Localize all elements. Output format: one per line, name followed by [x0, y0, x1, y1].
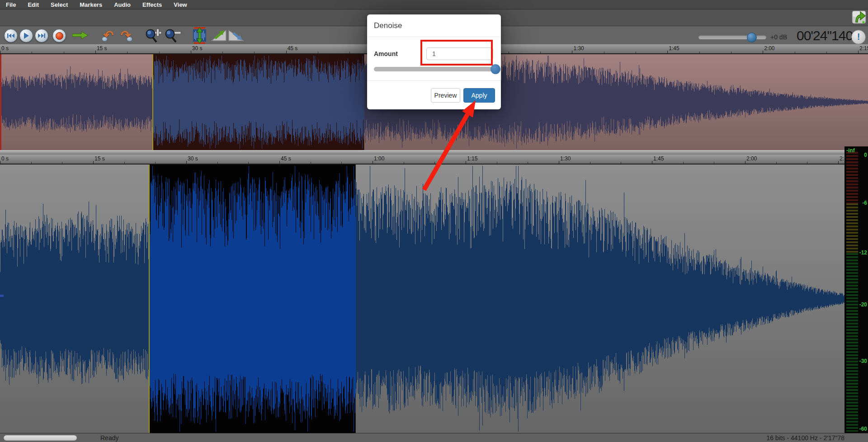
ruler-label: 0 s [1, 45, 9, 52]
meter-label: -20 [859, 301, 867, 308]
amount-slider-thumb[interactable] [491, 64, 500, 74]
ruler-label: 1:30 [560, 155, 571, 162]
ruler-tick-minor [62, 162, 62, 164]
ruler-label: 15 s [94, 155, 105, 162]
meter-label: -6 [862, 200, 867, 206]
volume-slider[interactable] [698, 35, 766, 39]
ruler-tick-minor [621, 162, 621, 164]
record-icon [56, 32, 63, 40]
ruler-tick-minor [404, 162, 404, 164]
ruler-tick-minor [807, 162, 807, 164]
menu-item-audio[interactable]: Audio [108, 1, 137, 8]
ruler-tick-minor [155, 162, 156, 164]
ruler-tick-major [838, 161, 839, 164]
ruler-label: 0 s [1, 155, 9, 162]
rewind-button[interactable] [4, 29, 18, 42]
meter-label: -12 [859, 249, 867, 256]
ruler-tick-major [559, 161, 559, 164]
arrow-right-icon [72, 31, 89, 39]
menu-item-view[interactable]: View [168, 1, 193, 8]
status-bar: Ready 16 bits - 44100 Hz - 2'17"78 [0, 433, 868, 442]
ruler-tick-minor [64, 52, 64, 53]
amount-slider[interactable] [374, 67, 500, 71]
undo-base [102, 37, 107, 41]
ruler-tick-minor [248, 162, 249, 164]
ruler-tick-major [95, 51, 96, 53]
fit-vertical-zoom-button[interactable] [192, 27, 207, 44]
ruler-tick-minor [217, 162, 218, 164]
cursor-anchor-marker [0, 295, 4, 297]
ruler-label: 1:30 [573, 45, 584, 52]
amount-label: Amount [374, 50, 398, 57]
play-button[interactable] [19, 29, 33, 42]
menu-item-select[interactable]: Select [45, 1, 74, 8]
ruler-tick-minor [434, 162, 435, 164]
alert-button[interactable]: ! [851, 30, 866, 44]
ruler-tick-minor [31, 162, 32, 164]
ruler-tick-major [667, 51, 668, 53]
fade-in-button[interactable] [211, 29, 226, 42]
ruler-label: 1:45 [669, 45, 679, 52]
ruler-tick-minor [509, 52, 509, 53]
menu-item-markers[interactable]: Markers [74, 1, 108, 8]
ruler-label: 30 s [192, 45, 203, 52]
ruler-label: 1:00 [374, 155, 384, 162]
undo-button[interactable]: ↶ [101, 29, 116, 42]
ruler-tick-minor [683, 162, 684, 164]
menu-item-effects[interactable]: Effects [137, 1, 168, 8]
record-button[interactable] [52, 29, 66, 42]
ruler-label: 2:00 [764, 45, 774, 52]
meter-segments [846, 152, 858, 203]
rewind-icon [7, 33, 14, 38]
ruler-tick-minor [826, 52, 827, 53]
redo-button[interactable]: ↷ [118, 29, 133, 42]
meter-segments [846, 253, 858, 432]
ruler-tick-major [186, 161, 187, 164]
ruler-tick-major [0, 161, 0, 164]
seek-arrow-button[interactable] [72, 31, 89, 39]
main-playhead[interactable] [149, 165, 150, 433]
dialog-title: Denoise [374, 21, 402, 30]
ruler-tick-major [745, 161, 745, 164]
zoom-in-icon [145, 28, 163, 43]
status-format-text: 16 bits - 44100 Hz - 2'17"78 [766, 434, 844, 442]
ruler-label: 45 s [288, 45, 298, 52]
zoom-out-button[interactable] [164, 28, 182, 43]
ruler-tick-minor [159, 52, 160, 53]
meter-label: -60 [859, 426, 867, 432]
ruler-label: 1:15 [467, 155, 477, 162]
ruler-tick-minor [636, 52, 636, 53]
export-icon [852, 9, 866, 25]
meter-label: -30 [859, 358, 867, 364]
ruler-tick-minor [341, 162, 342, 164]
horizontal-scrollbar[interactable] [4, 435, 77, 441]
fast-forward-icon [38, 33, 45, 38]
menu-item-file[interactable]: File [0, 1, 22, 8]
ruler-tick-minor [776, 162, 777, 164]
fast-forward-button[interactable] [35, 29, 48, 42]
play-icon [24, 33, 29, 39]
preview-button[interactable]: Preview [431, 88, 460, 103]
ruler-tick-major [858, 51, 859, 53]
fade-out-button[interactable] [228, 29, 244, 42]
ruler-label: 1:45 [653, 155, 664, 162]
ruler-tick-minor [540, 52, 541, 53]
fade-out-icon [228, 29, 244, 42]
zoom-out-icon [164, 28, 182, 43]
volume-label: +0 dB [770, 33, 787, 41]
export-button[interactable] [852, 9, 866, 27]
ruler-tick-minor [254, 52, 255, 53]
apply-button[interactable]: Apply [463, 88, 495, 103]
level-meter: -inf0-6-12-20-30-60 [844, 146, 868, 433]
volume-slider-thumb[interactable] [747, 33, 757, 42]
main-timeline-ruler[interactable]: 0 s15 s30 s45 s1:001:151:301:452:002:15 [0, 155, 844, 165]
time-display: 00'24"140 [797, 28, 847, 43]
ruler-tick-minor [222, 52, 223, 53]
ruler-tick-major [279, 161, 280, 164]
overview-playhead[interactable] [152, 54, 153, 150]
ruler-tick-minor [590, 162, 590, 164]
main-waveform[interactable] [0, 165, 844, 433]
ruler-tick-major [466, 161, 466, 164]
zoom-in-button[interactable] [145, 28, 163, 43]
menu-item-edit[interactable]: Edit [22, 1, 45, 8]
